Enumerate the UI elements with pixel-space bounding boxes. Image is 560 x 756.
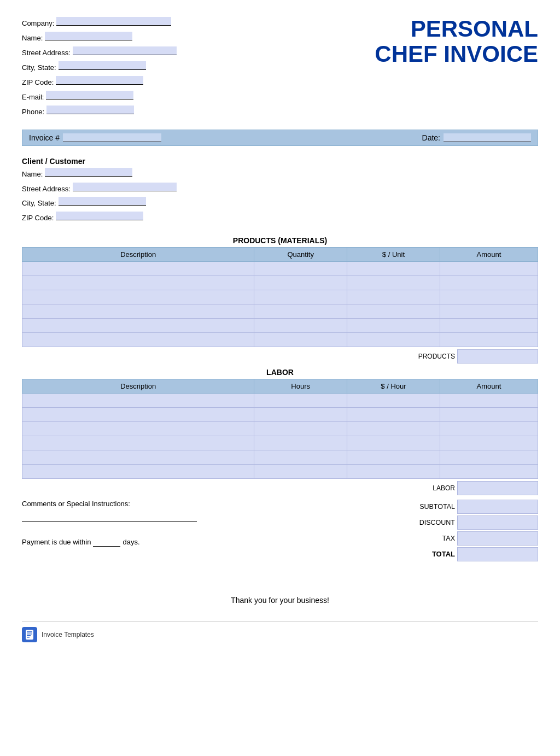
labor-desc-6[interactable] <box>22 464 254 478</box>
labor-desc-3[interactable] <box>22 421 254 436</box>
client-city-field[interactable] <box>59 197 146 206</box>
prod-unit-6[interactable] <box>347 332 440 347</box>
total-row: TOTAL <box>385 547 538 561</box>
table-row <box>22 450 538 464</box>
client-street-label: Street Address: <box>22 183 71 196</box>
labor-amt-4[interactable] <box>440 436 538 450</box>
payment-text-before: Payment is due within <box>22 538 91 546</box>
client-name-field[interactable] <box>45 168 132 177</box>
email-field[interactable] <box>46 91 133 99</box>
company-info-section: Company: Name: Street Address: City, Sta… <box>22 16 336 120</box>
labor-desc-1[interactable] <box>22 393 254 407</box>
street-field[interactable] <box>73 46 177 55</box>
labor-hrs-1[interactable] <box>254 393 347 407</box>
labor-rate-5[interactable] <box>347 450 440 464</box>
prod-unit-5[interactable] <box>347 318 440 332</box>
labor-rate-3[interactable] <box>347 421 440 436</box>
labor-desc-2[interactable] <box>22 407 254 421</box>
phone-row: Phone: <box>22 105 336 119</box>
company-row: Company: <box>22 16 336 31</box>
client-street-field[interactable] <box>73 183 177 191</box>
invoice-bar: Invoice # Date: <box>22 130 538 146</box>
company-label: Company: <box>22 16 54 31</box>
prod-qty-5[interactable] <box>254 318 347 332</box>
labor-hrs-2[interactable] <box>254 407 347 421</box>
tax-box[interactable] <box>457 531 538 546</box>
labor-subtotal-row: LABOR <box>22 481 538 495</box>
street-label: Street Address: <box>22 46 71 60</box>
prod-qty-1[interactable] <box>254 261 347 276</box>
svg-rect-4 <box>27 637 30 638</box>
client-zip-row: ZIP Code: <box>22 212 538 225</box>
prod-desc-3[interactable] <box>22 290 254 304</box>
prod-qty-6[interactable] <box>254 332 347 347</box>
table-row <box>22 421 538 436</box>
svg-rect-1 <box>27 631 32 632</box>
labor-rate-4[interactable] <box>347 436 440 450</box>
prod-desc-4[interactable] <box>22 304 254 318</box>
client-zip-field[interactable] <box>56 212 143 220</box>
labor-rate-2[interactable] <box>347 407 440 421</box>
name-field[interactable] <box>45 32 132 40</box>
prod-desc-5[interactable] <box>22 318 254 332</box>
labor-amt-3[interactable] <box>440 421 538 436</box>
table-row <box>22 393 538 407</box>
invoice-number-field[interactable] <box>63 133 161 142</box>
prod-desc-1[interactable] <box>22 261 254 276</box>
prod-unit-2[interactable] <box>347 276 440 290</box>
products-section: PRODUCTS (MATERIALS) Description Quantit… <box>22 236 538 364</box>
labor-hrs-6[interactable] <box>254 464 347 478</box>
subtotal-box[interactable] <box>457 500 538 514</box>
products-title: PRODUCTS (MATERIALS) <box>22 236 538 245</box>
payment-days-field[interactable] <box>93 538 120 547</box>
footer: Invoice Templates <box>22 621 538 642</box>
prod-desc-2[interactable] <box>22 276 254 290</box>
prod-qty-3[interactable] <box>254 290 347 304</box>
prod-amt-6[interactable] <box>440 332 538 347</box>
prod-unit-4[interactable] <box>347 304 440 318</box>
labor-hrs-3[interactable] <box>254 421 347 436</box>
products-col-description: Description <box>22 247 254 261</box>
labor-desc-5[interactable] <box>22 450 254 464</box>
prod-desc-6[interactable] <box>22 332 254 347</box>
prod-amt-5[interactable] <box>440 318 538 332</box>
products-subtotal-box[interactable] <box>457 349 538 364</box>
prod-qty-2[interactable] <box>254 276 347 290</box>
date-field[interactable] <box>444 133 531 142</box>
comments-field[interactable] <box>22 511 197 522</box>
labor-subtotal-box[interactable] <box>457 481 538 495</box>
discount-label: DISCOUNT <box>400 519 455 526</box>
labor-amt-1[interactable] <box>440 393 538 407</box>
total-box[interactable] <box>457 547 538 561</box>
labor-amt-2[interactable] <box>440 407 538 421</box>
prod-unit-3[interactable] <box>347 290 440 304</box>
tax-label: TAX <box>400 535 455 542</box>
labor-col-hours: Hours <box>254 379 347 393</box>
labor-title: LABOR <box>22 368 538 377</box>
totals-table: SUBTOTAL DISCOUNT TAX TOTAL <box>385 500 538 563</box>
prod-amt-3[interactable] <box>440 290 538 304</box>
city-field[interactable] <box>59 61 146 70</box>
company-field[interactable] <box>56 17 171 26</box>
table-row <box>22 332 538 347</box>
labor-hrs-4[interactable] <box>254 436 347 450</box>
tax-row: TAX <box>385 531 538 546</box>
prod-amt-1[interactable] <box>440 261 538 276</box>
phone-field[interactable] <box>46 106 134 114</box>
prod-qty-4[interactable] <box>254 304 347 318</box>
labor-amt-5[interactable] <box>440 450 538 464</box>
discount-box[interactable] <box>457 515 538 530</box>
street-row: Street Address: <box>22 46 336 60</box>
svg-rect-3 <box>27 635 31 636</box>
labor-rate-6[interactable] <box>347 464 440 478</box>
prod-unit-1[interactable] <box>347 261 440 276</box>
labor-desc-4[interactable] <box>22 436 254 450</box>
labor-rate-1[interactable] <box>347 393 440 407</box>
comments-section: Comments or Special Instructions: Paymen… <box>22 500 385 547</box>
client-zip-label: ZIP Code: <box>22 212 54 225</box>
labor-amt-6[interactable] <box>440 464 538 478</box>
zip-field[interactable] <box>56 76 143 85</box>
labor-hrs-5[interactable] <box>254 450 347 464</box>
prod-amt-2[interactable] <box>440 276 538 290</box>
prod-amt-4[interactable] <box>440 304 538 318</box>
